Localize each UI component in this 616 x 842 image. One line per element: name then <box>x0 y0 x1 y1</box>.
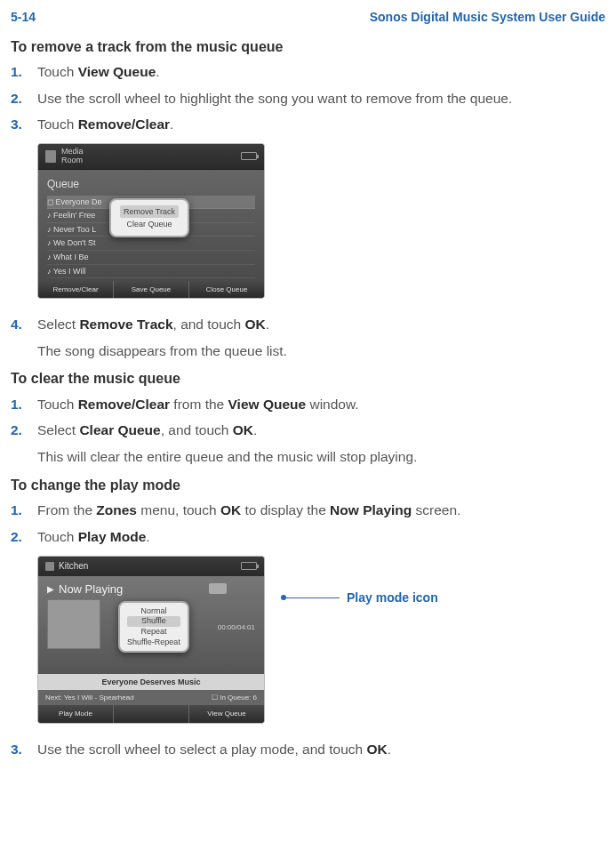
step-number: 1. <box>11 62 37 82</box>
step-number: 2. <box>11 421 37 440</box>
step-number: 1. <box>11 501 37 520</box>
list-item: ♪ What I Be <box>47 251 255 265</box>
page-number: 5-14 <box>11 9 36 27</box>
list-item: ♪ Yes I Will <box>47 265 255 279</box>
time-counter: 00:00/04:01 <box>218 622 255 632</box>
popup-option: Clear Queue <box>120 219 179 230</box>
page-header: 5-14 Sonos Digital Music System User Gui… <box>11 9 605 27</box>
album-art <box>47 599 100 649</box>
step-item: 1. Touch View Queue. <box>11 62 605 82</box>
steps-remove-track: 1. Touch View Queue. 2. Use the scroll w… <box>11 62 605 134</box>
home-icon <box>45 562 54 571</box>
device-screen-now-playing: Kitchen ▶ Now Playing Normal Shuffle Rep… <box>37 556 265 724</box>
callout: Play mode icon <box>281 589 605 607</box>
current-song: Everyone Deserves Music <box>38 674 264 691</box>
screenshot-now-playing: Kitchen ▶ Now Playing Normal Shuffle Rep… <box>37 556 605 724</box>
popup-option: Remove Track <box>120 205 179 219</box>
steps-play-mode: 1. From the Zones menu, touch OK to disp… <box>11 501 605 546</box>
step-item: 2. Use the scroll wheel to highlight the… <box>11 89 605 108</box>
popup-play-mode: Normal Shuffle Repeat Shuffle-Repeat <box>118 601 189 654</box>
device-screen-queue: Media Room Queue ◻ Everyone De ♪ Feelin'… <box>37 143 265 299</box>
steps-remove-track-cont: 4. Select Remove Track, and touch OK. <box>11 315 605 334</box>
step-item: 4. Select Remove Track, and touch OK. <box>11 315 605 334</box>
popup-option: Shuffle <box>127 616 180 627</box>
step-text: Touch Remove/Clear from the View Queue w… <box>37 395 605 414</box>
softkey-close-queue: Close Queue <box>189 281 264 298</box>
guide-title: Sonos Digital Music System User Guide <box>370 9 605 27</box>
heading-play-mode: To change the play mode <box>11 476 605 495</box>
step-number: 1. <box>11 395 37 414</box>
step-text: Touch Remove/Clear. <box>37 115 605 134</box>
next-track: Next: Yes I Will - Spearhead <box>45 693 134 702</box>
next-row: Next: Yes I Will - Spearhead ☐ In Queue:… <box>38 690 264 705</box>
step-number: 4. <box>11 315 37 334</box>
step-text: Touch Play Mode. <box>37 527 605 547</box>
screen-body: Queue ◻ Everyone De ♪ Feelin' Free ♪ Nev… <box>38 170 264 281</box>
steps-play-mode-cont: 3. Use the scroll wheel to select a play… <box>11 740 605 759</box>
step-text: Select Remove Track, and touch OK. <box>37 315 605 334</box>
softkey-blank <box>114 705 189 722</box>
softkey-remove-clear: Remove/Clear <box>38 281 114 298</box>
popup-option: Repeat <box>127 627 180 638</box>
step-text: Touch View Queue. <box>37 62 605 82</box>
play-mode-icon <box>209 583 227 594</box>
topbar: Media Room <box>38 144 264 170</box>
step-item: 1. From the Zones menu, touch OK to disp… <box>11 501 605 520</box>
softkey-view-queue: View Queue <box>189 705 264 722</box>
step-item: 1. Touch Remove/Clear from the View Queu… <box>11 395 605 414</box>
step-number: 3. <box>11 115 37 134</box>
bottom-bar: Remove/Clear Save Queue Close Queue <box>38 281 264 298</box>
heading-remove-track: To remove a track from the music queue <box>11 37 605 57</box>
step-number: 3. <box>11 740 37 759</box>
softkey-play-mode: Play Mode <box>38 705 114 722</box>
room-label: Media Room <box>61 148 84 165</box>
screen-body: ▶ Now Playing Normal Shuffle Repeat Shuf… <box>38 576 264 674</box>
step-note: The song disappears from the queue list. <box>37 341 605 361</box>
step-item: 2. Select Clear Queue, and touch OK. <box>11 421 605 440</box>
step-item: 3. Use the scroll wheel to select a play… <box>11 740 605 759</box>
steps-clear-queue: 1. Touch Remove/Clear from the View Queu… <box>11 395 605 440</box>
step-text: From the Zones menu, touch OK to display… <box>37 501 605 520</box>
step-text: Select Clear Queue, and touch OK. <box>37 421 605 440</box>
list-item: ♪ We Don't St <box>47 237 255 251</box>
heading-clear-queue: To clear the music queue <box>11 369 605 389</box>
screenshot-queue: Media Room Queue ◻ Everyone De ♪ Feelin'… <box>37 143 605 299</box>
battery-icon <box>241 562 257 570</box>
popup-option: Shuffle-Repeat <box>127 638 180 648</box>
step-number: 2. <box>11 527 37 547</box>
battery-icon <box>241 152 257 160</box>
callout-label: Play mode icon <box>347 589 438 607</box>
popup-remove-clear: Remove Track Clear Queue <box>109 198 189 237</box>
room-label: Kitchen <box>59 560 88 573</box>
step-text: Use the scroll wheel to select a play mo… <box>37 740 605 759</box>
callout-line-segment <box>286 597 340 598</box>
step-note: This will clear the entire queue and the… <box>37 447 605 467</box>
topbar: Kitchen <box>38 557 264 576</box>
bottom-bar: Play Mode View Queue <box>38 705 264 722</box>
queue-label: Queue <box>47 177 255 192</box>
in-queue-count: ☐ In Queue: 6 <box>212 693 257 702</box>
step-number: 2. <box>11 89 37 108</box>
step-text: Use the scroll wheel to highlight the so… <box>37 89 605 108</box>
softkey-save-queue: Save Queue <box>114 281 189 298</box>
step-item: 2. Touch Play Mode. <box>11 527 605 547</box>
trash-icon <box>45 150 56 163</box>
step-item: 3. Touch Remove/Clear. <box>11 115 605 134</box>
popup-option: Normal <box>127 606 180 617</box>
